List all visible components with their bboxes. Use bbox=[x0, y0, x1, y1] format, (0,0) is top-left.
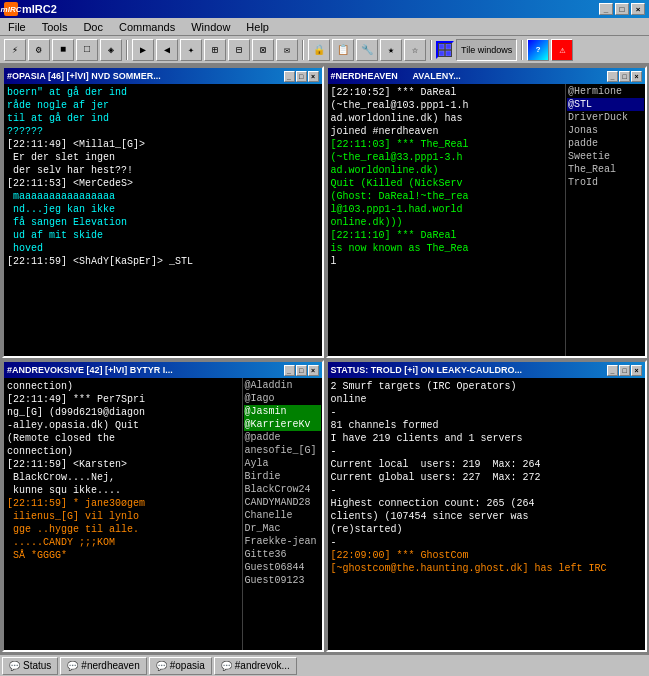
msg-line: nd...jeg kan ikke bbox=[7, 203, 319, 216]
tb-btn-7[interactable]: ◀ bbox=[156, 39, 178, 61]
chat-title-opasia: #OPASIA [46] [+lVI] NVD SOMMER... bbox=[7, 71, 161, 81]
andrevoksive-close[interactable]: × bbox=[308, 365, 319, 376]
user-item[interactable]: The_Real bbox=[567, 163, 644, 176]
user-item[interactable]: BlackCrow24 bbox=[244, 483, 321, 496]
app-icon: mIRC bbox=[4, 2, 18, 16]
user-item[interactable]: @Jasmin bbox=[244, 405, 321, 418]
msg-line: ad.worldonline.dk) has bbox=[331, 112, 563, 125]
msg-line: -alley.opasia.dk) Quit bbox=[7, 419, 239, 432]
tab-nerdheaven[interactable]: 💬 #nerdheaven bbox=[60, 657, 146, 675]
chat-titlebar-opasia: #OPASIA [46] [+lVI] NVD SOMMER... _ □ × bbox=[4, 68, 322, 84]
menu-tools[interactable]: Tools bbox=[38, 20, 72, 34]
status-maximize[interactable]: □ bbox=[619, 365, 630, 376]
tb-btn-2[interactable]: ⚙ bbox=[28, 39, 50, 61]
user-item[interactable]: anesofie_[G] bbox=[244, 444, 321, 457]
user-item[interactable]: Guest06844 bbox=[244, 561, 321, 574]
tab-andrevok-icon: 💬 bbox=[221, 661, 232, 671]
user-item[interactable]: Ayla bbox=[244, 457, 321, 470]
tb-btn-8[interactable]: ✦ bbox=[180, 39, 202, 61]
msg-line: ilienus_[G] vil lynlo bbox=[7, 510, 239, 523]
opasia-minimize[interactable]: _ bbox=[284, 71, 295, 82]
status-minimize[interactable]: _ bbox=[607, 365, 618, 376]
tb-btn-16[interactable]: ★ bbox=[380, 39, 402, 61]
tb-btn-18[interactable]: ? bbox=[527, 39, 549, 61]
tile-windows-icon-button[interactable] bbox=[436, 41, 454, 59]
menu-doc[interactable]: Doc bbox=[79, 20, 107, 34]
user-item[interactable]: Gitte36 bbox=[244, 548, 321, 561]
msg-line: ad.worldonline.dk) bbox=[331, 164, 563, 177]
user-item[interactable]: Birdie bbox=[244, 470, 321, 483]
andrevoksive-minimize[interactable]: _ bbox=[284, 365, 295, 376]
chat-window-opasia: #OPASIA [46] [+lVI] NVD SOMMER... _ □ × … bbox=[2, 66, 324, 358]
tb-btn-4[interactable]: □ bbox=[76, 39, 98, 61]
msg-line: l bbox=[331, 255, 563, 268]
user-item[interactable]: TroId bbox=[567, 176, 644, 189]
user-item[interactable]: padde bbox=[567, 137, 644, 150]
msg-line: ?????? bbox=[7, 125, 319, 138]
user-item[interactable]: Jonas bbox=[567, 124, 644, 137]
user-item[interactable]: @Hermione bbox=[567, 85, 644, 98]
msg-line: Er der slet ingen bbox=[7, 151, 319, 164]
maximize-button[interactable]: □ bbox=[615, 3, 629, 15]
tb-btn-11[interactable]: ⊠ bbox=[252, 39, 274, 61]
close-button[interactable]: × bbox=[631, 3, 645, 15]
user-item[interactable]: DriverDuck bbox=[567, 111, 644, 124]
menu-file[interactable]: File bbox=[4, 20, 30, 34]
menu-window[interactable]: Window bbox=[187, 20, 234, 34]
menu-help[interactable]: Help bbox=[242, 20, 273, 34]
msg-line: .....CANDY ;;;KOM bbox=[7, 536, 239, 549]
user-item[interactable]: @STL bbox=[567, 98, 644, 111]
chat-title-status: STATUS: TROLD [+i] ON LEAKY-CAULDRO... bbox=[331, 365, 522, 375]
msg-line: [22:09:00] *** GhostCom [~ghostcom@the.h… bbox=[331, 549, 643, 575]
opasia-close[interactable]: × bbox=[308, 71, 319, 82]
msg-line: 2 Smurf targets (IRC Operators) bbox=[331, 380, 643, 393]
tab-andrevok[interactable]: 💬 #andrevok... bbox=[214, 657, 297, 675]
user-item[interactable]: @padde bbox=[244, 431, 321, 444]
user-item[interactable]: @Iago bbox=[244, 392, 321, 405]
msg-line: connection) bbox=[7, 380, 239, 393]
msg-line: gge ..hygge til alle. bbox=[7, 523, 239, 536]
tb-btn-6[interactable]: ▶ bbox=[132, 39, 154, 61]
user-item[interactable]: @Aladdin bbox=[244, 379, 321, 392]
nerdheaven-close[interactable]: × bbox=[631, 71, 642, 82]
separator-4 bbox=[521, 40, 523, 60]
tile-windows-button[interactable]: Tile windows bbox=[456, 39, 517, 61]
user-item[interactable]: @KarriereKv bbox=[244, 418, 321, 431]
nerdheaven-minimize[interactable]: _ bbox=[607, 71, 618, 82]
tb-btn-12[interactable]: ✉ bbox=[276, 39, 298, 61]
user-item[interactable]: Fraekke-jean bbox=[244, 535, 321, 548]
tb-btn-9[interactable]: ⊞ bbox=[204, 39, 226, 61]
nerdheaven-maximize[interactable]: □ bbox=[619, 71, 630, 82]
msg-line: hoved bbox=[7, 242, 319, 255]
tb-btn-1[interactable]: ⚡ bbox=[4, 39, 26, 61]
status-close[interactable]: × bbox=[631, 365, 642, 376]
msg-line: [22:11:03] *** The_Real bbox=[331, 138, 563, 151]
svg-rect-2 bbox=[439, 51, 444, 56]
tb-btn-5[interactable]: ◈ bbox=[100, 39, 122, 61]
msg-line: (re)started) bbox=[331, 523, 643, 536]
msg-line: Current global users: 227 Max: 272 bbox=[331, 471, 643, 484]
tb-btn-14[interactable]: 📋 bbox=[332, 39, 354, 61]
opasia-maximize[interactable]: □ bbox=[296, 71, 307, 82]
minimize-button[interactable]: _ bbox=[599, 3, 613, 15]
menu-commands[interactable]: Commands bbox=[115, 20, 179, 34]
tb-btn-17[interactable]: ☆ bbox=[404, 39, 426, 61]
msg-line: [22:10:52] *** DaReal bbox=[331, 86, 563, 99]
tb-btn-15[interactable]: 🔧 bbox=[356, 39, 378, 61]
tb-btn-19[interactable]: ⚠ bbox=[551, 39, 573, 61]
tb-btn-10[interactable]: ⊟ bbox=[228, 39, 250, 61]
andrevoksive-maximize[interactable]: □ bbox=[296, 365, 307, 376]
user-item[interactable]: Dr_Mac bbox=[244, 522, 321, 535]
user-item[interactable]: Guest09123 bbox=[244, 574, 321, 587]
user-item[interactable]: Sweetie bbox=[567, 150, 644, 163]
msg-line: Current local users: 219 Max: 264 bbox=[331, 458, 643, 471]
user-item[interactable]: CANDYMAND28 bbox=[244, 496, 321, 509]
tb-btn-3[interactable]: ■ bbox=[52, 39, 74, 61]
tab-opasia[interactable]: 💬 #opasia bbox=[149, 657, 212, 675]
user-item[interactable]: Chanelle bbox=[244, 509, 321, 522]
separator-1 bbox=[126, 40, 128, 60]
msg-line: [22:11:59] <ShAdY[KaSpEr]> _STL bbox=[7, 255, 319, 268]
svg-rect-1 bbox=[446, 44, 451, 49]
tab-status[interactable]: 💬 Status bbox=[2, 657, 58, 675]
tb-btn-13[interactable]: 🔒 bbox=[308, 39, 330, 61]
